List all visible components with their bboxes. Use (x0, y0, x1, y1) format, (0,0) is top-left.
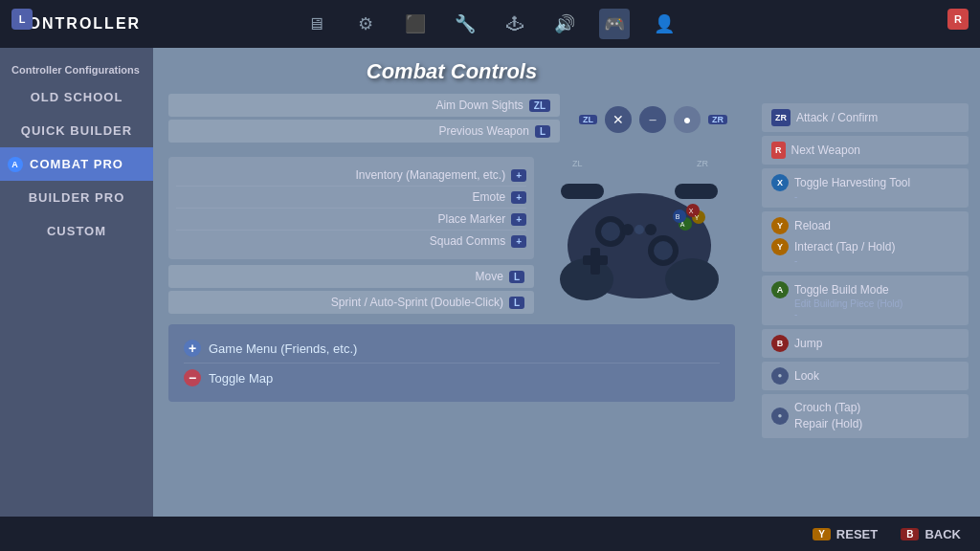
reset-action[interactable]: Y RESET (813, 527, 878, 541)
edit-building-sub: Edit Building Piece (Hold) (771, 298, 959, 309)
inventory-control: Inventory (Management, etc.) + (176, 165, 526, 187)
sidebar-item-custom[interactable]: CUSTOM (0, 214, 153, 248)
sidebar-item-combat-pro[interactable]: COMBAT PRO (0, 147, 153, 181)
line-icon: ─ (639, 106, 666, 133)
zl-badge: ZL (579, 115, 597, 124)
right-stick-icon: ● (771, 367, 789, 385)
look-row: ● Look (771, 367, 959, 385)
sidebar: Controller Configurations OLD SCHOOL QUI… (0, 48, 153, 517)
svg-text:A: A (680, 221, 685, 228)
y-btn-interact: Y (771, 238, 789, 255)
svg-text:ZR: ZR (697, 159, 708, 168)
svg-text:ZL: ZL (572, 159, 583, 168)
zr-btn: ZR (771, 109, 791, 126)
emote-badge: + (511, 191, 526, 204)
reload-row: Y Reload (771, 217, 959, 234)
nav-display-icon[interactable]: 🖥 (301, 9, 331, 39)
emote-control: Emote + (176, 187, 526, 209)
game-menu-item: + Game Menu (Friends, etc.) (184, 334, 720, 363)
move-control: Move L (168, 265, 534, 288)
badge-r: R (947, 9, 969, 30)
svg-point-22 (635, 225, 644, 234)
cross-icon: ✕ (605, 106, 632, 133)
nav-audio-icon[interactable]: 🔊 (549, 9, 580, 39)
zr-badge: ZR (708, 115, 727, 124)
crouch-group: ● Crouch (Tap)Repair (Hold) (762, 394, 969, 438)
svg-point-4 (665, 258, 719, 300)
reload-interact-group: Y Reload Y Interact (Tap / Hold) - (762, 211, 969, 272)
prev-weapon-badge: L (535, 125, 550, 138)
svg-point-8 (601, 222, 620, 241)
place-marker-control: Place Marker + (176, 209, 526, 231)
svg-rect-12 (583, 255, 608, 265)
svg-point-21 (622, 224, 634, 235)
back-label: BACK (924, 527, 961, 541)
nav-icons: 🖥 ⚙ ⬛ 🔧 🕹 🔊 🎮 👤 (301, 9, 679, 39)
controller-image: ZL ZR (544, 155, 735, 317)
b-btn: B (771, 335, 789, 352)
back-action[interactable]: B BACK (901, 527, 961, 541)
crouch-row: ● Crouch (Tap)Repair (Hold) (771, 400, 959, 432)
sidebar-item-quick-builder[interactable]: QUICK BUILDER (0, 114, 153, 147)
badge-l: L (11, 9, 33, 30)
main-area: Controller Configurations OLD SCHOOL QUI… (0, 48, 980, 517)
interact-sub: - (771, 255, 959, 266)
sidebar-item-builder-pro[interactable]: BUILDER PRO (0, 181, 153, 214)
circle-icon: ● (674, 106, 701, 133)
svg-rect-5 (561, 184, 604, 199)
bottom-panel: + Game Menu (Friends, etc.) − Toggle Map (168, 324, 735, 402)
section-title: Combat Controls (168, 59, 735, 84)
next-weapon-group: R Next Weapon (762, 136, 969, 165)
x-btn: X (771, 174, 789, 191)
left-controls: Inventory (Management, etc.) + Emote + P… (168, 157, 534, 259)
aim-down-sights-control: Aim Down Sights ZL (168, 94, 560, 117)
build-dash: - (771, 309, 959, 320)
svg-text:X: X (689, 208, 694, 214)
reset-btn-badge: Y (813, 528, 831, 540)
inventory-badge: + (511, 169, 526, 182)
nav-settings-icon[interactable]: ⚙ (350, 9, 381, 39)
right-panel: ZR Attack / Confirm R Next Weapon X Togg… (750, 48, 980, 517)
jump-row: B Jump (771, 335, 959, 352)
y-btn-reload: Y (771, 217, 789, 234)
center-content: Combat Controls Aim Down Sights ZL Previ… (153, 48, 750, 517)
svg-text:B: B (676, 213, 680, 220)
nav-user-icon[interactable]: 👤 (649, 9, 679, 39)
svg-point-23 (645, 224, 657, 235)
a-btn: A (771, 281, 789, 298)
svg-point-10 (654, 241, 673, 260)
squad-comms-badge: + (511, 235, 526, 248)
interact-row: Y Interact (Tap / Hold) (771, 238, 959, 255)
move-badge: L (509, 271, 524, 283)
plus-icon: + (184, 340, 201, 357)
jump-group: B Jump (762, 329, 969, 358)
svg-rect-6 (675, 184, 718, 199)
sprint-control: Sprint / Auto-Sprint (Double-Click) L (168, 291, 534, 314)
back-btn-badge: B (901, 528, 919, 540)
nav-gamepad2-icon[interactable]: 🕹 (500, 9, 530, 39)
minus-icon: − (184, 369, 201, 386)
nav-display2-icon[interactable]: ⬛ (400, 9, 431, 39)
previous-weapon-control: Previous Weapon L (168, 120, 560, 143)
harvesting-tool-row: X Toggle Harvesting Tool (771, 174, 959, 191)
harvesting-sub: - (771, 191, 959, 202)
left-stick-icon: ● (771, 408, 789, 425)
sidebar-item-old-school[interactable]: OLD SCHOOL (0, 80, 153, 114)
place-marker-badge: + (511, 213, 526, 226)
attack-confirm-group: ZR Attack / Confirm (762, 103, 969, 132)
bottom-bar: Y RESET B BACK (0, 517, 980, 551)
r-btn: R (771, 142, 786, 159)
squad-comms-control: Squad Comms + (176, 231, 526, 252)
look-group: ● Look (762, 362, 969, 390)
sprint-badge: L (509, 297, 524, 309)
top-nav: L CONTROLLER 🖥 ⚙ ⬛ 🔧 🕹 🔊 🎮 👤 R (0, 0, 980, 48)
toggle-map-item: − Toggle Map (184, 363, 720, 392)
build-mode-row: A Toggle Build Mode (771, 281, 959, 298)
build-mode-group: A Toggle Build Mode Edit Building Piece … (762, 276, 969, 325)
nav-tools-icon[interactable]: 🔧 (450, 9, 480, 39)
nav-title: CONTROLLER (15, 15, 141, 33)
sidebar-section-label: Controller Configurations (0, 55, 153, 80)
nav-controller-icon[interactable]: 🎮 (599, 9, 630, 39)
reset-label: RESET (836, 527, 878, 541)
harvesting-tool-group: X Toggle Harvesting Tool - (762, 168, 969, 208)
